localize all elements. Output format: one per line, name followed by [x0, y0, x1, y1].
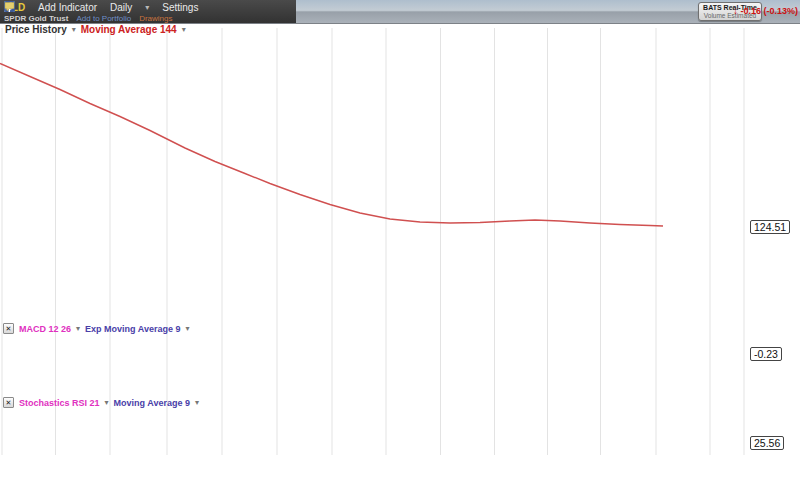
caret-down-icon[interactable]: ▾ [105, 398, 109, 407]
caret-down-icon[interactable]: ▾ [185, 324, 189, 333]
last-price-box: 124.51 [750, 220, 790, 234]
note-icon[interactable] [4, 1, 15, 12]
symbol-fullname: SPDR Gold Trust [4, 14, 68, 23]
timeframe-caret-icon[interactable]: ▾ [145, 3, 149, 12]
stoch-ma-dropdown[interactable]: Moving Average 9 [114, 398, 190, 408]
change-value: -0.16 (-0.13%) [740, 6, 798, 16]
stoch-dropdown[interactable]: Stochastics RSI 21 [19, 398, 100, 408]
timeframe-select[interactable]: Daily [110, 2, 132, 13]
macd-legend: ✕ MACD 12 26 ▾ Exp Moving Average 9 ▾ [3, 323, 189, 334]
add-indicator-button[interactable]: Add Indicator [38, 2, 97, 13]
close-icon[interactable]: ✕ [3, 323, 14, 334]
macd-dropdown[interactable]: MACD 12 26 [19, 324, 71, 334]
charting-app: { "header": { "symbol": "GLD", "add_indi… [0, 0, 800, 478]
price-history-dropdown[interactable]: Price History [5, 24, 67, 35]
add-to-portfolio-link[interactable]: Add to Portfolio [76, 14, 131, 23]
macd-ma-dropdown[interactable]: Exp Moving Average 9 [85, 324, 180, 334]
macd-value-box: -0.23 [750, 347, 782, 361]
caret-down-icon[interactable]: ▾ [76, 324, 80, 333]
caret-down-icon[interactable]: ▾ [182, 25, 186, 34]
price-legend: Price History ▾ Moving Average 144 ▾ [5, 24, 186, 35]
caret-down-icon[interactable]: ▾ [195, 398, 199, 407]
caret-down-icon[interactable]: ▾ [72, 25, 76, 34]
stoch-legend: ✕ Stochastics RSI 21 ▾ Moving Average 9 … [3, 397, 199, 408]
price-change: ↓ -0.16 (-0.13%) [733, 5, 798, 16]
ma144-dropdown[interactable]: Moving Average 144 [81, 24, 177, 35]
settings-button[interactable]: Settings [162, 2, 198, 13]
stoch-value-box: 25.56 [750, 436, 784, 450]
close-icon[interactable]: ✕ [3, 397, 14, 408]
drawings-button[interactable]: Drawings [139, 14, 172, 23]
toolbar-row-1: GLD Add Indicator Daily ▾ Settings [4, 1, 213, 13]
down-arrow-icon: ↓ [733, 5, 738, 16]
toolbar-row-2: SPDR Gold Trust Add to Portfolio Drawing… [4, 14, 173, 23]
